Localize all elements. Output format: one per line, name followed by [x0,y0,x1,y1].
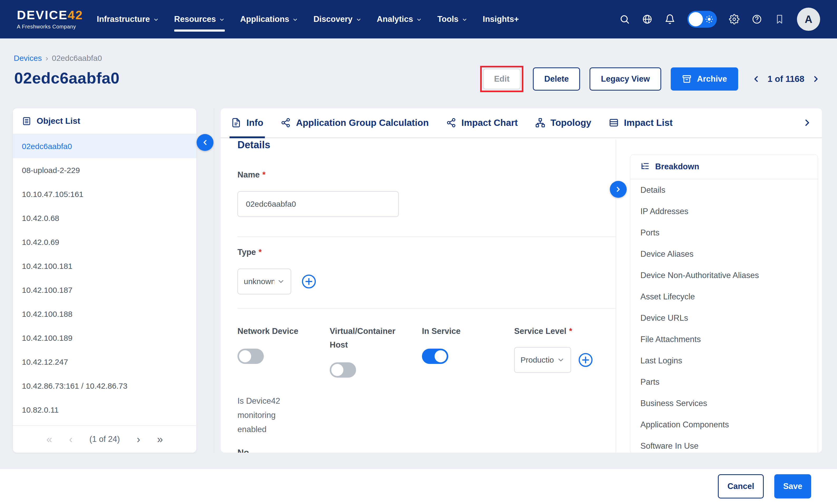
pagination-text: (1 of 24) [89,434,120,444]
list-item[interactable]: 10.42.100.188 [13,302,196,326]
next-page-icon[interactable]: › [137,434,140,445]
type-label: Type* [237,247,606,257]
device42-logo[interactable]: DEVICE42 A Freshworks Company [17,9,83,30]
legacy-view-button[interactable]: Legacy View [590,68,661,91]
nav-item-tools[interactable]: Tools [437,0,467,38]
notifications-bell-icon[interactable] [665,14,675,24]
delete-button[interactable]: Delete [533,68,580,91]
tabs-scroll-right-icon[interactable] [802,117,813,128]
list-item[interactable]: 02edc6aabfa0 [13,134,196,158]
breakdown-panel: Breakdown Details IP Addresses Ports Dev… [630,154,818,453]
main-menu: Infrastructure Resources Applications Di… [97,0,519,38]
nav-item-infrastructure[interactable]: Infrastructure [97,0,159,38]
next-record-icon[interactable] [811,74,821,84]
breakdown-item-software-in-use[interactable]: Software In Use [630,435,818,453]
chevron-down-icon [462,17,467,23]
breakdown-item-details[interactable]: Details [630,179,818,201]
bookmark-icon[interactable] [774,14,785,24]
breakdown-item-file-attachments[interactable]: File Attachments [630,329,818,350]
page-actions: Edit Delete Legacy View Archive 1 of 116… [480,66,821,92]
divider [237,308,616,309]
detail-tabs: Info Application Group Calculation Impac… [220,108,822,138]
virtual-container-host-toggle[interactable] [330,362,356,378]
first-page-icon[interactable]: « [47,434,52,445]
cancel-button[interactable]: Cancel [718,474,764,499]
nav-item-discovery[interactable]: Discovery [313,0,361,38]
user-avatar[interactable]: A [797,7,820,31]
list-item[interactable]: 10.82.0.11 [13,398,196,422]
breakdown-tree-icon [640,162,650,171]
network-share-icon [446,118,456,128]
add-service-level-button[interactable] [578,352,593,368]
archive-icon [682,74,692,84]
breakdown-item-parts[interactable]: Parts [630,371,818,393]
nav-item-resources[interactable]: Resources [174,0,225,38]
chevron-down-icon [416,17,422,23]
settings-gear-icon[interactable] [729,14,740,24]
record-pager-text: 1 of 1168 [768,74,804,84]
chevron-down-icon [292,17,298,23]
network-device-toggle[interactable] [237,349,264,364]
virtual-container-host-label: Virtual/Container Host [330,324,409,352]
theme-toggle[interactable] [687,11,717,27]
help-icon[interactable] [752,14,762,24]
breakdown-item-device-aliases[interactable]: Device Aliases [630,243,818,265]
chevron-right-icon [614,185,622,193]
edit-button[interactable]: Edit [483,69,521,89]
breakdown-item-asset-lifecycle[interactable]: Asset Lifecycle [630,286,818,307]
divider [237,237,616,237]
nav-item-analytics[interactable]: Analytics [377,0,422,38]
collapse-object-list-button[interactable] [197,134,213,151]
tab-application-group-calculation[interactable]: Application Group Calculation [281,108,429,137]
object-list: 02edc6aabfa0 08-upload-2-229 10.10.47.10… [13,134,196,425]
chevron-down-icon [277,278,285,285]
globe-icon[interactable] [642,14,653,24]
list-item[interactable]: 08-upload-2-229 [13,158,196,182]
breakdown-item-ports[interactable]: Ports [630,222,818,243]
list-item[interactable]: 10.42.100.189 [13,326,196,350]
nav-item-insights[interactable]: Insights+ [483,0,519,38]
last-page-icon[interactable]: » [157,434,163,445]
form-footer: Cancel Save [0,468,837,504]
archive-button[interactable]: Archive [671,68,738,91]
topology-icon [535,118,545,128]
type-select[interactable]: unknown [237,268,291,294]
network-share-icon [281,118,291,128]
breakdown-item-device-non-authoritative-aliases[interactable]: Device Non-Authoritative Aliases [630,265,818,286]
tab-info[interactable]: Info [231,108,263,137]
save-button[interactable]: Save [774,474,811,499]
list-item[interactable]: 10.42.0.69 [13,230,196,254]
breakdown-item-application-components[interactable]: Application Components [630,414,818,435]
nav-item-applications[interactable]: Applications [240,0,298,38]
object-list-pagination: « ‹ (1 of 24) › » [13,425,196,453]
breakdown-item-ip-addresses[interactable]: IP Addresses [630,201,818,222]
tab-impact-chart[interactable]: Impact Chart [446,108,518,137]
required-asterisk: * [569,324,572,338]
in-service-toggle[interactable] [422,349,448,364]
nav-utility-icons: A [619,7,820,31]
search-icon[interactable] [619,14,630,24]
name-input[interactable] [237,191,399,217]
list-item[interactable]: 10.10.47.105:161 [13,182,196,206]
object-list-header: Object List [13,108,196,134]
add-type-button[interactable] [301,274,317,289]
list-item[interactable]: 10.42.86.73:161 / 10.42.86.73 [13,374,196,398]
list-item[interactable]: 10.42.12.247 [13,350,196,374]
service-level-label: Service Level* [514,324,606,338]
panel-resize-divider [214,108,214,453]
name-label: Name* [237,170,606,180]
service-level-select[interactable]: Production [514,347,571,373]
expand-breakdown-button[interactable] [610,181,627,198]
previous-record-icon[interactable] [751,74,761,84]
breakdown-item-device-urls[interactable]: Device URLs [630,307,818,329]
list-item[interactable]: 10.42.100.187 [13,278,196,302]
previous-page-icon[interactable]: ‹ [69,434,72,445]
tab-impact-list[interactable]: Impact List [609,108,673,137]
breakdown-item-last-logins[interactable]: Last Logins [630,350,818,371]
breadcrumb-devices-link[interactable]: Devices [14,54,42,63]
breakdown-header: Breakdown [630,154,818,179]
list-item[interactable]: 10.42.0.68 [13,206,196,230]
list-item[interactable]: 10.42.100.181 [13,254,196,278]
breakdown-item-business-services[interactable]: Business Services [630,393,818,414]
tab-topology[interactable]: Topology [535,108,591,137]
